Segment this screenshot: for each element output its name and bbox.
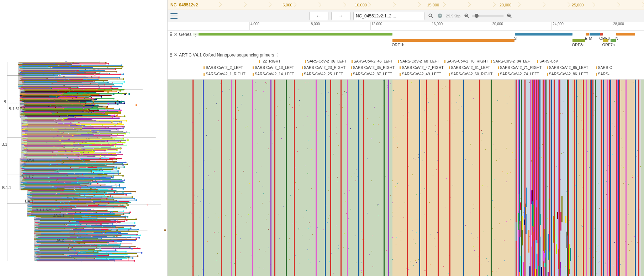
variant-column[interactable] [330,80,331,276]
variant-column[interactable] [316,80,317,276]
variant-column[interactable] [235,80,236,276]
primer-label[interactable]: SARS- [596,72,609,76]
primer-label[interactable]: SARS-CoV-2_2_LEFT [204,65,243,70]
more-menu-icon[interactable]: ⋮ [275,53,280,58]
more-menu-icon[interactable]: ⋮ [193,32,198,37]
primer-label[interactable]: SARS-CoV-2_84_LEFT [491,59,532,63]
hamburger-menu-icon[interactable] [170,13,178,19]
primer-label[interactable]: SARS-CoV-2_70_RIGHT [444,59,488,63]
variant-column[interactable] [635,80,636,276]
variant-column[interactable] [607,80,608,276]
zoom-in-icon[interactable] [506,13,512,19]
primer-label[interactable]: SARS-CoV-2_71_RIGHT [498,65,542,70]
gene-orf7a[interactable] [603,39,608,42]
variant-column[interactable] [426,80,427,276]
alignment-heatmap[interactable] [168,80,644,276]
primer-label[interactable]: SARS-CoV-2_13_LEFT [253,65,294,70]
primer-label[interactable]: SARS-CoV-2_74_LEFT [498,72,539,76]
variant-column[interactable] [358,80,359,276]
gene-s[interactable] [515,33,572,36]
variant-column[interactable] [545,80,547,276]
primer-label[interactable]: SARS-CoV [537,59,558,63]
variant-column[interactable] [274,80,275,276]
variant-column[interactable] [619,80,620,276]
primer-label[interactable]: SARS-CoV-2_60_LEFT [398,59,439,63]
drag-handle-icon[interactable] [170,32,172,36]
variant-column[interactable] [341,80,342,276]
variant-column[interactable] [221,80,222,276]
variant-column[interactable] [516,80,517,276]
variant-column[interactable] [192,80,194,276]
primer-label[interactable]: SARS-CoV-2_23_RIGHT [302,65,345,70]
close-icon[interactable]: ✕ [174,52,178,58]
variant-column[interactable] [325,80,326,276]
search-icon[interactable] [427,13,434,19]
variant-column[interactable] [551,80,552,276]
zoom-out-icon[interactable] [463,13,470,19]
variant-column[interactable] [538,80,539,276]
gene-orf6[interactable] [600,33,603,36]
phylogenetic-tree-panel[interactable]: BB.1.617.2B.1AY.4B.1.1.7B.1.1BA.1B.1.1.5… [0,0,167,276]
variant-column[interactable] [449,80,450,276]
variant-column[interactable] [539,80,540,276]
nav-back-button[interactable]: ← [309,12,328,20]
gene-orf3a[interactable] [572,39,585,42]
zoom-slider[interactable] [472,15,504,17]
help-icon[interactable]: ? [437,13,443,19]
bp-ruler[interactable]: 4,0008,00012,00016,00020,00024,00028,000 [168,22,644,31]
variant-column[interactable] [568,80,569,276]
chromosome-overview-bar[interactable]: NC_045512v2 5,00010,00015,00020,00025,00… [168,0,644,10]
variant-column[interactable] [521,80,522,276]
variant-column[interactable] [592,80,593,276]
variant-column[interactable] [479,80,480,276]
variant-column[interactable] [347,80,348,276]
variant-column[interactable] [463,80,464,276]
primer-label[interactable]: SARS-CoV-2_85_LEFT [547,65,588,70]
variant-column[interactable] [270,80,271,276]
variant-column[interactable] [574,80,575,276]
primer-label[interactable]: SARS-CoV-2_49_LEFT [400,72,441,76]
variant-column[interactable] [203,80,204,276]
variant-column[interactable] [231,80,232,276]
primer-label[interactable]: SARS-CoV-2_60_RIGHT [449,72,492,76]
gene-orf1b[interactable] [392,39,514,42]
close-icon[interactable]: ✕ [174,32,178,37]
primer-label[interactable]: SARS-CoV-2_86_LEFT [547,72,588,76]
primer-label[interactable]: SARS-CoV-2_47_RIGHT [400,65,443,70]
primer-label[interactable]: SARS-CoV-2_35_RIGHT [351,65,395,70]
primer-label[interactable]: SARS-CoV-2_25_LEFT [302,72,343,76]
variant-column[interactable] [407,80,408,276]
variant-column[interactable] [591,80,592,276]
variant-column[interactable] [618,80,619,276]
variant-column[interactable] [294,80,295,276]
variant-column[interactable] [559,80,560,276]
gene-e[interactable] [586,33,589,36]
primer-label[interactable]: SARS-CoV-2_61_LEFT [449,65,490,70]
primer-label[interactable]: SARS-CoV-2_46_LEFT [352,59,393,63]
variant-column[interactable] [595,80,596,276]
variant-column[interactable] [519,80,520,276]
variant-column[interactable] [384,80,385,276]
gene-m[interactable] [590,33,600,36]
variant-column[interactable] [610,80,611,276]
primer-label[interactable]: SARS-C [596,65,612,70]
variant-column[interactable] [583,80,584,276]
gene-orf1a[interactable] [193,33,392,36]
variant-column[interactable] [625,80,627,276]
primers-track[interactable]: ✕ ARTIC V4.1 Oxford Nanopore sequencing … [168,51,644,80]
variant-column[interactable] [586,80,587,276]
variant-column[interactable] [603,80,604,276]
variant-column[interactable] [491,80,492,276]
variant-column[interactable] [388,80,389,276]
variant-column[interactable] [601,80,602,276]
variant-column[interactable] [363,80,364,276]
primer-label[interactable]: SARS-CoV-2_37_LEFT [351,72,392,76]
primer-label[interactable]: SARS-CoV-2_36_LEFT [305,59,346,63]
variant-column[interactable] [286,80,287,276]
gene-n[interactable] [616,33,635,36]
variant-column[interactable] [638,80,639,276]
variant-column[interactable] [419,80,420,276]
variant-column[interactable] [438,80,439,276]
drag-handle-icon[interactable] [170,53,172,57]
genes-track[interactable]: ✕ Genes ⋮ ORF1bSORF3aEMORF6ORF7aN [168,31,644,51]
